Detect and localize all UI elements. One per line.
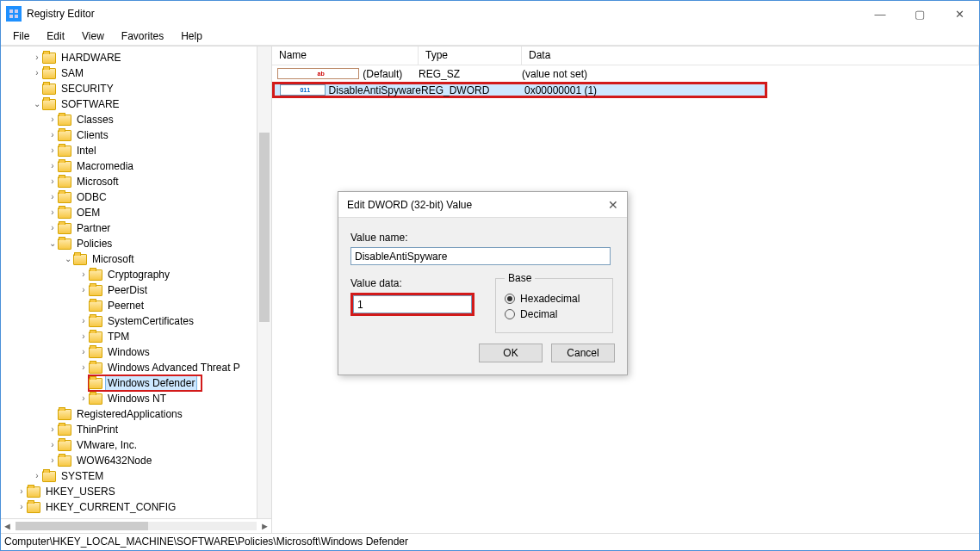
tree-item[interactable]: ›HKEY_CURRENT_CONFIG <box>1 499 271 515</box>
cancel-button[interactable]: Cancel <box>551 344 615 362</box>
folder-icon <box>58 161 71 172</box>
tree-item-label: Policies <box>75 236 114 251</box>
tree-item[interactable]: ›Classes <box>1 112 271 127</box>
menu-help[interactable]: Help <box>174 28 209 44</box>
col-name[interactable]: Name <box>272 46 419 65</box>
tree-item[interactable]: ⌄SOFTWARE <box>1 96 271 112</box>
folder-icon <box>58 223 71 234</box>
tree-item-label: Microsoft <box>90 251 136 267</box>
tree-item[interactable]: ⌄Policies <box>1 236 271 251</box>
folder-icon <box>58 440 71 451</box>
chevron-right-icon[interactable]: › <box>16 499 27 515</box>
folder-icon <box>58 145 71 157</box>
value-name: DisableAntiSpyware <box>329 84 421 96</box>
chevron-down-icon[interactable]: ⌄ <box>32 96 42 112</box>
tree-item[interactable]: ›TPM <box>1 329 271 344</box>
chevron-right-icon[interactable]: › <box>78 329 89 344</box>
base-label: Base <box>505 272 535 284</box>
scroll-left-icon[interactable]: ◄ <box>3 521 12 531</box>
edit-dword-dialog: Edit DWORD (32-bit) Value ✕ Value name: … <box>338 191 628 375</box>
titlebar[interactable]: Registry Editor — ▢ ✕ <box>1 1 979 27</box>
tree-item[interactable]: ›ODBC <box>1 189 271 205</box>
tree-item[interactable]: ›Macromedia <box>1 158 271 174</box>
tree-item-label: PeerDist <box>106 282 149 298</box>
tree-item[interactable]: ›HARDWARE <box>1 50 271 65</box>
chevron-right-icon[interactable]: › <box>78 267 89 282</box>
tree-item[interactable]: ⌄Microsoft <box>1 251 271 267</box>
chevron-right-icon[interactable]: › <box>32 50 42 65</box>
tree-item[interactable]: ›Cryptography <box>1 267 271 282</box>
tree-item[interactable]: ›VMware, Inc. <box>1 437 271 453</box>
tree-item[interactable]: ›ThinPrint <box>1 422 271 437</box>
chevron-right-icon[interactable]: › <box>78 344 89 360</box>
value-data-input[interactable] <box>353 295 472 313</box>
tree-item[interactable]: ›SAM <box>1 65 271 81</box>
chevron-right-icon[interactable]: › <box>47 174 58 189</box>
registry-tree[interactable]: ›HARDWARE›SAMSECURITY⌄SOFTWARE›Classes›C… <box>1 50 271 515</box>
chevron-right-icon[interactable]: › <box>32 468 42 484</box>
list-row[interactable]: ab(Default)REG_SZ(value not set) <box>272 65 979 82</box>
ok-button[interactable]: OK <box>479 344 543 362</box>
chevron-right-icon[interactable]: › <box>47 205 58 220</box>
tree-horizontal-scrollbar[interactable]: ◄► <box>1 518 271 533</box>
tree-item[interactable]: ›Windows NT <box>1 391 271 406</box>
col-type[interactable]: Type <box>419 46 522 65</box>
chevron-right-icon[interactable]: › <box>16 484 27 499</box>
tree-item[interactable]: ›Windows Advanced Threat P <box>1 360 271 375</box>
chevron-right-icon[interactable]: › <box>78 282 89 298</box>
value-name-input[interactable] <box>350 247 611 265</box>
tree-item[interactable]: ›WOW6432Node <box>1 453 271 468</box>
chevron-right-icon[interactable]: › <box>47 189 58 205</box>
tree-item[interactable]: Peernet <box>1 298 271 313</box>
tree-item-label: Macromedia <box>75 158 135 174</box>
tree-item[interactable]: ›Windows <box>1 344 271 360</box>
tree-item[interactable]: SECURITY <box>1 81 271 96</box>
tree-item[interactable]: ›HKEY_USERS <box>1 484 271 499</box>
chevron-right-icon[interactable]: › <box>47 437 58 453</box>
tree-vertical-scrollbar[interactable] <box>257 46 271 518</box>
scroll-right-icon[interactable]: ► <box>260 521 270 531</box>
dword-value-icon: 011 <box>280 84 326 96</box>
tree-item[interactable]: ›SYSTEM <box>1 468 271 484</box>
menu-edit[interactable]: Edit <box>40 28 71 44</box>
tree-item[interactable]: ›OEM <box>1 205 271 220</box>
chevron-right-icon[interactable]: › <box>47 143 58 158</box>
chevron-right-icon[interactable]: › <box>47 112 58 127</box>
tree-item[interactable]: ›Intel <box>1 143 271 158</box>
chevron-down-icon[interactable]: ⌄ <box>63 251 73 267</box>
list-header[interactable]: Name Type Data <box>272 46 979 65</box>
radio-decimal[interactable]: Decimal <box>505 308 604 320</box>
radio-hexadecimal[interactable]: Hexadecimal <box>505 293 604 305</box>
tree-item[interactable]: ›Partner <box>1 220 271 236</box>
folder-icon <box>58 130 71 141</box>
dialog-close-button[interactable]: ✕ <box>608 198 618 212</box>
list-row[interactable]: 011DisableAntiSpywareREG_DWORD0x00000001… <box>272 82 767 98</box>
tree-item[interactable]: ›Microsoft <box>1 174 271 189</box>
close-button[interactable]: ✕ <box>940 1 979 27</box>
chevron-right-icon[interactable]: › <box>32 65 42 81</box>
tree-item[interactable]: ›Clients <box>1 127 271 143</box>
folder-icon <box>89 378 102 389</box>
chevron-right-icon[interactable]: › <box>47 453 58 468</box>
status-bar: Computer\HKEY_LOCAL_MACHINE\SOFTWARE\Pol… <box>1 533 979 550</box>
chevron-right-icon[interactable]: › <box>78 391 89 406</box>
chevron-right-icon[interactable]: › <box>78 360 89 375</box>
chevron-right-icon[interactable]: › <box>47 220 58 236</box>
menu-view[interactable]: View <box>75 28 111 44</box>
tree-item[interactable]: ›PeerDist <box>1 282 271 298</box>
tree-item[interactable]: RegisteredApplications <box>1 406 271 422</box>
menu-file[interactable]: File <box>6 28 36 44</box>
chevron-down-icon[interactable]: ⌄ <box>47 236 58 251</box>
chevron-right-icon[interactable]: › <box>78 313 89 329</box>
chevron-right-icon[interactable]: › <box>47 158 58 174</box>
tree-item-label: TPM <box>106 329 131 344</box>
chevron-right-icon[interactable]: › <box>47 127 58 143</box>
maximize-button[interactable]: ▢ <box>900 1 940 27</box>
minimize-button[interactable]: — <box>860 1 900 27</box>
tree-item-label: SOFTWARE <box>59 96 121 112</box>
col-data[interactable]: Data <box>522 46 979 65</box>
tree-item[interactable]: Windows Defender <box>1 375 271 391</box>
tree-item[interactable]: ›SystemCertificates <box>1 313 271 329</box>
menu-favorites[interactable]: Favorites <box>115 28 171 44</box>
chevron-right-icon[interactable]: › <box>47 422 58 437</box>
